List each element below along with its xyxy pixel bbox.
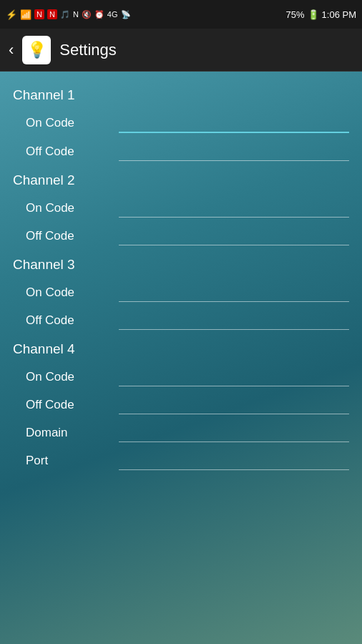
battery-percent: 75%: [286, 9, 305, 20]
port-input[interactable]: [119, 451, 349, 470]
channel-2-off-code-row: Off Code: [0, 220, 362, 248]
usb-icon: ⚡: [6, 9, 17, 20]
channel-1-on-code-input-wrapper: [119, 113, 349, 133]
network-icon: 4G: [107, 10, 118, 19]
port-input-wrapper: [119, 451, 349, 470]
channel-2-header: Channel 2: [0, 164, 362, 192]
domain-label: Domain: [26, 426, 112, 440]
channel-4-off-code-label: Off Code: [26, 398, 112, 412]
clock: 1:06 PM: [322, 9, 356, 20]
main-content: Channel 1 On Code Off Code Channel 2 On …: [0, 72, 362, 644]
channel-4-off-code-input[interactable]: [119, 395, 349, 414]
app-icon-1: N: [34, 9, 44, 19]
channel-4-on-code-input[interactable]: [119, 367, 349, 386]
channel-3-off-code-row: Off Code: [0, 305, 362, 333]
channel-1-off-code-input-wrapper: [119, 142, 349, 161]
channel-2-on-code-label: On Code: [26, 201, 112, 215]
back-button[interactable]: ‹: [9, 41, 14, 59]
channel-1-on-code-label: On Code: [26, 116, 112, 130]
alarm-icon: ⏰: [94, 10, 104, 19]
channel-2-on-code-row: On Code: [0, 192, 362, 220]
channel-4-off-code-row: Off Code: [0, 389, 362, 417]
channel-3-off-code-input[interactable]: [119, 311, 349, 330]
channel-3-on-code-label: On Code: [26, 286, 112, 300]
channel-2-off-code-label: Off Code: [26, 229, 112, 243]
channel-4-off-code-input-wrapper: [119, 395, 349, 414]
channel-2-on-code-input[interactable]: [119, 198, 349, 218]
channel-1-on-code-input[interactable]: [119, 113, 349, 133]
domain-row: Domain: [0, 417, 362, 445]
page-title: Settings: [59, 41, 117, 59]
channel-4-header: Channel 4: [0, 333, 362, 361]
channel-1-off-code-row: Off Code: [0, 136, 362, 164]
channel-2-on-code-input-wrapper: [119, 198, 349, 218]
channel-1-on-code-row: On Code: [0, 107, 362, 136]
channel-4-on-code-label: On Code: [26, 370, 112, 384]
channel-1-header: Channel 1: [0, 79, 362, 107]
channel-4-on-code-input-wrapper: [119, 367, 349, 386]
port-row: Port: [0, 445, 362, 473]
channel-3-on-code-row: On Code: [0, 277, 362, 305]
channel-3-off-code-input-wrapper: [119, 311, 349, 330]
channel-2-off-code-input[interactable]: [119, 226, 349, 245]
channel-1-off-code-label: Off Code: [26, 145, 112, 159]
domain-input[interactable]: [119, 423, 349, 442]
spotify-icon: 🎵: [60, 10, 70, 19]
mute-icon: 🔇: [82, 10, 92, 19]
app-icon-2: N: [47, 9, 57, 19]
channel-3-on-code-input-wrapper: [119, 283, 349, 302]
app-bar: ‹ 💡 Settings: [0, 29, 362, 72]
channel-4-on-code-row: On Code: [0, 361, 362, 389]
status-icons-right: 75% 🔋 1:06 PM: [286, 9, 356, 20]
domain-input-wrapper: [119, 423, 349, 442]
port-label: Port: [26, 454, 112, 468]
channel-3-off-code-label: Off Code: [26, 313, 112, 328]
app-icon: 💡: [22, 36, 51, 64]
channel-2-off-code-input-wrapper: [119, 226, 349, 245]
lightbulb-icon: 💡: [27, 41, 47, 59]
wifi-icon: 📶: [20, 9, 31, 20]
signal-icon: 📡: [121, 10, 131, 19]
status-bar: ⚡ 📶 N N 🎵 N 🔇 ⏰ 4G 📡 75% 🔋 1:06 PM: [0, 0, 362, 29]
channel-3-header: Channel 3: [0, 248, 362, 277]
channel-1-off-code-input[interactable]: [119, 142, 349, 161]
channel-3-on-code-input[interactable]: [119, 283, 349, 302]
nfc-icon: N: [73, 10, 79, 19]
status-icons-left: ⚡ 📶 N N 🎵 N 🔇 ⏰ 4G 📡: [6, 9, 131, 20]
battery-icon: 🔋: [308, 9, 319, 20]
